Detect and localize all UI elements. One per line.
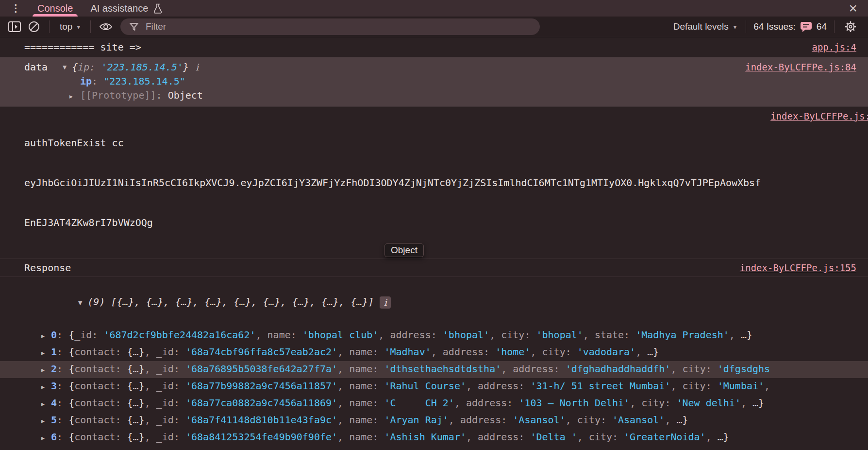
- jwt-line-1: eyJhbGciOiJIUzI1NiIsInR5cCI6IkpXVCJ9.eyJ…: [24, 176, 761, 189]
- token-str: 'dfgsdghs: [718, 363, 770, 375]
- more-tabs-icon[interactable]: ⋮: [0, 2, 29, 14]
- token-key: , city:: [489, 329, 536, 341]
- console-message-array: ▼(9) [{…}, {…}, {…}, {…}, {…}, {…}, {…},…: [0, 277, 868, 450]
- token-key: , name:: [337, 414, 384, 426]
- expand-arrow-icon[interactable]: ▸: [41, 396, 51, 412]
- token-br: {: [72, 61, 78, 73]
- console-message-data-object: data ▼ {ip: '223.185.14.5'} i index-ByLC…: [0, 57, 868, 107]
- token-br: {: [68, 448, 74, 450]
- tab-console-label: Console: [37, 3, 73, 14]
- token-key: , city:: [630, 397, 676, 409]
- console-row: ▸0: {_id: '687d2cf9bbfe24482a16ca62', na…: [0, 327, 868, 344]
- token-key: , city:: [670, 380, 717, 392]
- source-link[interactable]: index-ByLCFFPe.js:84: [745, 60, 856, 74]
- console-sidebar-toggle-icon[interactable]: [6, 18, 23, 35]
- token-str: 'Delta ': [530, 431, 577, 443]
- expand-arrow-icon[interactable]: ▸: [41, 413, 51, 429]
- token-key: ,: [635, 346, 647, 358]
- token-str: 'GN': [560, 448, 583, 450]
- tab-ai-assistance[interactable]: AI assistance: [82, 0, 171, 17]
- token-br: …}: [718, 431, 729, 443]
- token-str: 'bhopal': [536, 329, 583, 341]
- execution-context-selector[interactable]: top ▾: [56, 21, 84, 32]
- expand-arrow-icon[interactable]: ▸: [69, 89, 80, 104]
- token-str: '68a74cbf96ffa8c57eab2ac2': [185, 346, 337, 358]
- toolbar-right: Default levels ▾ 64 Issues: 64: [668, 18, 862, 35]
- token-key: _id:: [74, 448, 103, 450]
- token-str: 'bhopal club': [302, 329, 379, 341]
- log-levels-dropdown[interactable]: Default levels ▾: [668, 21, 742, 32]
- source-link[interactable]: app.js:4: [812, 40, 856, 54]
- expand-arrow-icon[interactable]: ▸: [41, 362, 51, 378]
- token-key: , name:: [337, 346, 384, 358]
- token-str: 'C: [384, 397, 396, 409]
- collapse-arrow-icon[interactable]: ▼: [77, 295, 87, 311]
- settings-gear-icon[interactable]: [842, 18, 859, 35]
- token-str: 'Asansol': [513, 414, 565, 426]
- console-row: ▸[[Prototype]]: Object: [0, 88, 868, 104]
- console-row: ▸3: {contact: {…}, _id: '68a77b99882a9c7…: [0, 378, 868, 395]
- token-br: {: [68, 346, 74, 358]
- token-key: , address:: [384, 448, 448, 450]
- expand-arrow-icon[interactable]: ▸: [41, 328, 51, 344]
- token-key: :: [57, 431, 68, 443]
- token-str: 'bhopal': [443, 329, 489, 341]
- token-br: {: [68, 380, 74, 392]
- token-str: '68a76895b5038fe642a27f7a': [185, 363, 337, 375]
- tab-ai-label: AI assistance: [90, 3, 148, 14]
- token-key: , address:: [378, 329, 442, 341]
- token-str: "223.185.14.5": [103, 75, 185, 87]
- expand-arrow-icon[interactable]: ▸: [41, 447, 51, 450]
- token-str: 'home': [495, 346, 530, 358]
- token-key: :: [92, 75, 103, 87]
- token-key: contact:: [74, 380, 127, 392]
- array-preview[interactable]: (9) [{…}, {…}, {…}, {…}, {…}, {…}, {…}, …: [87, 296, 374, 308]
- token-str: '68a7f41148d810b11e43fa9c': [185, 414, 337, 426]
- token-key: ,: [741, 397, 752, 409]
- token-key: , _id:: [145, 380, 185, 392]
- token-key: , address:: [466, 431, 530, 443]
- filter-input[interactable]: [145, 21, 531, 33]
- issues-counter[interactable]: 64 Issues: 64: [751, 21, 830, 33]
- toolbar-divider: [834, 20, 835, 33]
- object-preview[interactable]: {ip: '223.185.14.5'}: [72, 60, 189, 74]
- source-link[interactable]: index-ByLCFFPe.js:155: [740, 261, 856, 275]
- filter-pill: [120, 18, 540, 35]
- issues-label: 64 Issues:: [753, 21, 796, 32]
- live-expression-eye-icon[interactable]: [97, 18, 115, 35]
- token-br: {: [68, 397, 74, 409]
- source-link[interactable]: index-ByLCFFPe.js:72: [770, 109, 868, 123]
- token-str: 'Ashish Kumar': [302, 448, 384, 450]
- collapse-arrow-icon[interactable]: ▼: [61, 60, 72, 74]
- token-str: 'dfghadhaddhaddfh': [566, 363, 671, 375]
- toolbar-divider: [49, 20, 50, 33]
- token-key: contact:: [74, 397, 127, 409]
- drawer-tabbar: ⋮ Console AI assistance ×: [0, 0, 868, 17]
- token-key: contact:: [74, 414, 127, 426]
- array-preview-row: ▼(9) [{…}, {…}, {…}, {…}, {…}, {…}, {…},…: [0, 278, 868, 327]
- console-row: ▸4: {contact: {…}, _id: '68a77ca0882a9c7…: [0, 395, 868, 412]
- console-row: ▸2: {contact: {…}, _id: '68a76895b5038fe…: [0, 361, 868, 378]
- token-br: {: [68, 431, 74, 443]
- expand-arrow-icon[interactable]: ▸: [41, 379, 51, 395]
- log-label: data: [24, 60, 48, 74]
- token-key: :: [156, 89, 168, 101]
- expand-arrow-icon[interactable]: ▸: [41, 345, 51, 361]
- token-br: {: [68, 329, 74, 341]
- token-key: ip:: [78, 61, 101, 73]
- token-str: 'Rahul Course': [384, 380, 466, 392]
- token-br: …}: [676, 414, 688, 426]
- console-row: ▸1: {contact: {…}, _id: '68a74cbf96ffa8c…: [0, 344, 868, 361]
- console-toolbar: top ▾ Default levels ▾ 64 Issues:: [0, 17, 868, 37]
- tab-console[interactable]: Console: [29, 0, 82, 17]
- token-key: ,: [729, 329, 741, 341]
- close-icon[interactable]: ×: [838, 1, 868, 16]
- issues-count: 64: [817, 21, 827, 32]
- token-br: }: [183, 61, 189, 73]
- token-idx: 3: [51, 380, 57, 392]
- expand-arrow-icon[interactable]: ▸: [41, 430, 51, 446]
- token-key: :: [57, 380, 68, 392]
- token-br: …}: [752, 397, 764, 409]
- console-message-site: ============ site => app.js:4: [0, 37, 868, 57]
- clear-console-icon[interactable]: [25, 18, 43, 35]
